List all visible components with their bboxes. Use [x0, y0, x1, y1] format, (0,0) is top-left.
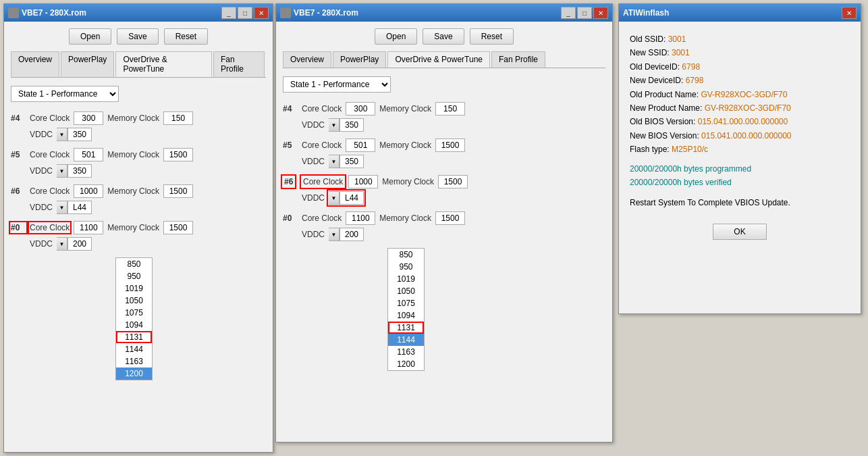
clock-row-5-right: #5 Core Clock 501 Memory Clock 1500 — [283, 138, 605, 152]
memory-clock-value-4-right[interactable]: 150 — [435, 102, 465, 116]
close-button-left[interactable]: ✕ — [254, 7, 269, 19]
dropdown-item-1075-right[interactable]: 1075 — [388, 297, 424, 309]
vddc-arrow-0-left[interactable]: ▼ — [57, 237, 67, 251]
tab-fanprofile-right[interactable]: Fan Profile — [491, 51, 545, 68]
memory-clock-value-0-left[interactable]: 1500 — [163, 221, 193, 234]
vddc-arrow-5-right[interactable]: ▼ — [329, 155, 340, 168]
minimize-button-left[interactable]: _ — [221, 7, 236, 19]
vddc-arrow-4-left[interactable]: ▼ — [57, 128, 67, 141]
titlebar-controls-left: _ □ ✕ — [221, 7, 269, 19]
vddc-row-6-right: VDDC ▼ L44 — [302, 191, 605, 205]
core-clock-value-5-left[interactable]: 501 — [74, 148, 103, 161]
dropdown-item-1131-left[interactable]: 1131 — [116, 331, 152, 343]
state-select-wrap-right: State 1 - Performance — [283, 76, 605, 93]
vddc-value-6-left[interactable]: L44 — [67, 201, 92, 214]
tabs-left: Overview PowerPlay OverDrive & PowerTune… — [11, 51, 266, 78]
dropdown-item-950-left[interactable]: 950 — [116, 270, 152, 282]
core-clock-value-5-right[interactable]: 501 — [346, 138, 375, 152]
ok-button[interactable]: OK — [713, 224, 766, 240]
vddc-dropdown-4-left: ▼ 350 — [57, 128, 92, 141]
dropdown-item-1144-right[interactable]: 1144 — [388, 334, 424, 346]
reset-button-left[interactable]: Reset — [164, 28, 208, 45]
tab-overview-left[interactable]: Overview — [11, 51, 59, 77]
ok-btn-wrap: OK — [630, 224, 850, 240]
dropdown-item-1094-right[interactable]: 1094 — [388, 309, 424, 322]
window-body-left: Open Save Reset Overview PowerPlay OverD… — [4, 22, 273, 452]
dropdown-item-1163-right[interactable]: 1163 — [388, 346, 424, 358]
new-bios-label: New BIOS Version: — [630, 131, 701, 141]
vddc-arrow-5-left[interactable]: ▼ — [57, 164, 67, 178]
vddc-arrow-6-left[interactable]: ▼ — [57, 201, 67, 214]
vddc-dropdown-5-left: ▼ 350 — [57, 164, 92, 178]
close-button-ati[interactable]: ✕ — [842, 7, 857, 19]
tab-fanprofile-left[interactable]: Fan Profile — [213, 51, 265, 77]
minimize-button-right[interactable]: _ — [561, 7, 576, 19]
vddc-row-5-right: VDDC ▼ 350 — [302, 155, 605, 168]
vddc-arrow-4-right[interactable]: ▼ — [329, 118, 340, 132]
dropdown-item-1050-left[interactable]: 1050 — [116, 295, 152, 307]
vddc-arrow-0-right[interactable]: ▼ — [329, 228, 340, 241]
dropdown-item-1094-left[interactable]: 1094 — [116, 319, 152, 331]
dropdown-item-1200-left[interactable]: 1200 — [116, 368, 152, 380]
state-select-right[interactable]: State 1 - Performance — [283, 76, 391, 93]
memory-clock-value-6-left[interactable]: 1500 — [163, 184, 193, 198]
dropdown-item-1144-left[interactable]: 1144 — [116, 343, 152, 355]
dropdown-item-850-right[interactable]: 850 — [388, 249, 424, 261]
tab-overdrive-right[interactable]: OverDrive & PowerTune — [387, 51, 490, 68]
vddc-row-6-left: VDDC ▼ L44 — [30, 201, 266, 214]
open-button-left[interactable]: Open — [69, 28, 111, 45]
tab-powerplay-right[interactable]: PowerPlay — [333, 51, 386, 68]
vddc-value-6-right[interactable]: L44 — [340, 191, 364, 205]
state-select-left[interactable]: State 1 - Performance — [11, 86, 119, 102]
save-button-right[interactable]: Save — [423, 28, 464, 45]
memory-clock-value-5-left[interactable]: 1500 — [163, 148, 193, 161]
memory-clock-value-0-right[interactable]: 1500 — [435, 211, 465, 225]
tab-powerplay-left[interactable]: PowerPlay — [61, 51, 114, 77]
reset-button-right[interactable]: Reset — [470, 28, 514, 45]
old-ssid-value: 3001 — [668, 34, 686, 44]
vddc-value-5-right[interactable]: 350 — [340, 155, 364, 168]
tab-overdrive-left[interactable]: OverDrive & PowerTune — [115, 51, 212, 77]
new-deviceid-line: New DeviceID: 6798 — [630, 74, 850, 87]
dropdown-item-950-right[interactable]: 950 — [388, 261, 424, 273]
vddc-value-4-right[interactable]: 350 — [340, 118, 364, 132]
vddc-value-0-left[interactable]: 200 — [67, 237, 92, 251]
vddc-dropdown-4-right: ▼ 350 — [329, 118, 364, 132]
core-clock-value-6-left[interactable]: 1000 — [74, 184, 103, 198]
dropdown-item-1019-right[interactable]: 1019 — [388, 273, 424, 285]
new-deviceid-value: 6798 — [686, 76, 704, 85]
vddc-row-4-left: VDDC ▼ 350 — [30, 128, 266, 141]
maximize-button-left[interactable]: □ — [238, 7, 252, 19]
dropdown-item-1019-left[interactable]: 1019 — [116, 282, 152, 295]
vddc-value-5-left[interactable]: 350 — [67, 164, 92, 178]
vddc-arrow-6-right[interactable]: ▼ — [329, 191, 340, 205]
state-select-wrap-left: State 1 - Performance — [11, 86, 266, 102]
core-clock-value-0-right[interactable]: 1100 — [346, 211, 375, 225]
save-button-left[interactable]: Save — [117, 28, 158, 45]
core-clock-value-6-right[interactable]: 1000 — [348, 175, 378, 188]
new-ssid-line: New SSID: 3001 — [630, 46, 850, 59]
memory-clock-value-6-right[interactable]: 1500 — [438, 175, 468, 188]
core-clock-value-0-left[interactable]: 1100 — [74, 221, 103, 234]
vddc-value-4-left[interactable]: 350 — [67, 128, 92, 141]
open-button-right[interactable]: Open — [375, 28, 417, 45]
dropdown-item-1200-right[interactable]: 1200 — [388, 358, 424, 370]
memory-clock-value-4-left[interactable]: 150 — [163, 111, 193, 125]
dropdown-item-1050-right[interactable]: 1050 — [388, 285, 424, 297]
dropdown-item-1131-right[interactable]: 1131 — [388, 322, 424, 334]
memory-clock-value-5-right[interactable]: 1500 — [435, 138, 465, 152]
core-clock-value-4-left[interactable]: 300 — [74, 111, 103, 125]
clock-row-0-right: #0 Core Clock 1100 Memory Clock 1500 — [283, 211, 605, 225]
maximize-button-right[interactable]: □ — [577, 7, 592, 19]
old-ssid-label: Old SSID: — [630, 34, 668, 44]
dropdown-item-850-left[interactable]: 850 — [116, 258, 152, 270]
dropdown-item-1163-left[interactable]: 1163 — [116, 355, 152, 368]
dropdown-item-1075-left[interactable]: 1075 — [116, 307, 152, 319]
window-vbe7-right: VBE7 - 280X.rom _ □ ✕ Open Save Reset Ov… — [275, 3, 613, 442]
tab-overview-right[interactable]: Overview — [283, 51, 331, 68]
close-button-right[interactable]: ✕ — [593, 7, 608, 19]
new-productname-label: New Product Name: — [630, 103, 705, 113]
window-body-right: Open Save Reset Overview PowerPlay OverD… — [276, 22, 612, 442]
core-clock-value-4-right[interactable]: 300 — [346, 102, 375, 116]
vddc-value-0-right[interactable]: 200 — [340, 228, 364, 241]
